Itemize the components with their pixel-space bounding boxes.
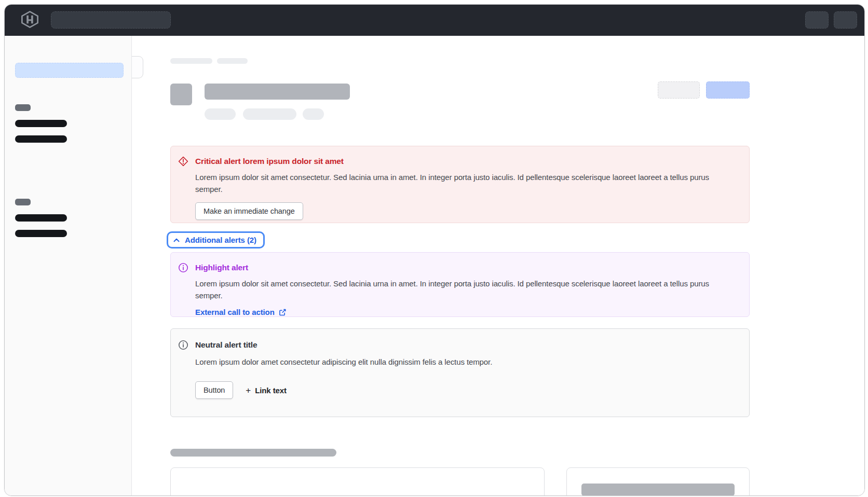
main-content: Critical alert lorem ipsum dolor sit ame… <box>132 36 864 495</box>
breadcrumb-item-skeleton[interactable] <box>170 58 212 64</box>
neutral-alert-button[interactable]: Button <box>195 381 233 399</box>
navbar-action-placeholder-2[interactable] <box>834 11 857 29</box>
secondary-action-placeholder[interactable] <box>658 81 700 99</box>
navbar-action-placeholder-1[interactable] <box>805 11 829 29</box>
search-input-placeholder[interactable] <box>51 11 171 29</box>
page-meta-badges <box>205 108 324 120</box>
info-circle-icon <box>178 339 188 417</box>
critical-alert-title: Critical alert lorem ipsum dolor sit ame… <box>195 155 734 168</box>
neutral-alert-body: Lorem ipsum dolor amet consectetur adipi… <box>195 356 734 368</box>
section-title-skeleton <box>170 449 336 457</box>
badge-skeleton <box>205 108 236 120</box>
page-icon-skeleton <box>170 84 192 105</box>
sidebar-item-skeleton[interactable] <box>15 135 67 143</box>
critical-alert-body: Lorem ipsum dolor sit amet consectetur. … <box>195 171 734 195</box>
highlight-alert-body: Lorem ipsum dolor sit amet consectetur. … <box>195 278 734 301</box>
critical-alert-action-button[interactable]: Make an immediate change <box>195 202 303 220</box>
sidebar-item-skeleton[interactable] <box>15 230 67 237</box>
sidebar <box>5 36 132 495</box>
neutral-alert-link[interactable]: + Link text <box>246 386 287 395</box>
page-actions <box>658 81 750 99</box>
external-cta-label: External call to action <box>195 308 275 316</box>
top-navbar <box>5 5 864 36</box>
content-card <box>566 467 750 496</box>
plus-icon: + <box>246 386 251 395</box>
app-frame: Critical alert lorem ipsum dolor sit ame… <box>4 4 865 496</box>
badge-skeleton <box>303 108 324 120</box>
sidebar-section-label-skeleton <box>15 104 31 111</box>
breadcrumb <box>170 58 248 64</box>
hashicorp-logo-icon <box>20 11 39 28</box>
additional-alerts-toggle[interactable]: Additional alerts (2) <box>167 231 265 248</box>
primary-action-placeholder[interactable] <box>706 81 750 99</box>
sidebar-item-skeleton[interactable] <box>15 214 67 222</box>
card-content-skeleton <box>581 484 735 496</box>
external-cta-link[interactable]: External call to action <box>195 308 287 316</box>
critical-alert-banner: Critical alert lorem ipsum dolor sit ame… <box>170 146 750 223</box>
page-title-skeleton <box>205 84 350 100</box>
additional-alerts-label: Additional alerts (2) <box>185 236 256 244</box>
alert-diamond-icon <box>178 155 188 223</box>
chevron-up-icon <box>173 237 180 244</box>
breadcrumb-item-skeleton[interactable] <box>217 58 248 64</box>
neutral-alert-title: Neutral alert title <box>195 339 734 351</box>
highlight-alert-title: Highlight alert <box>195 261 734 274</box>
external-link-icon <box>278 308 287 316</box>
content-card <box>170 467 545 496</box>
sidebar-item-active-placeholder[interactable] <box>15 63 124 78</box>
sidebar-flyout-notch <box>131 56 143 78</box>
sidebar-section-label-skeleton <box>15 199 31 205</box>
neutral-alert-link-label: Link text <box>255 386 287 395</box>
highlight-alert-banner: Highlight alert Lorem ipsum dolor sit am… <box>170 252 750 317</box>
badge-skeleton <box>243 108 296 120</box>
neutral-alert-banner: Neutral alert title Lorem ipsum dolor am… <box>170 328 750 417</box>
info-circle-icon <box>178 261 188 316</box>
sidebar-item-skeleton[interactable] <box>15 120 67 127</box>
